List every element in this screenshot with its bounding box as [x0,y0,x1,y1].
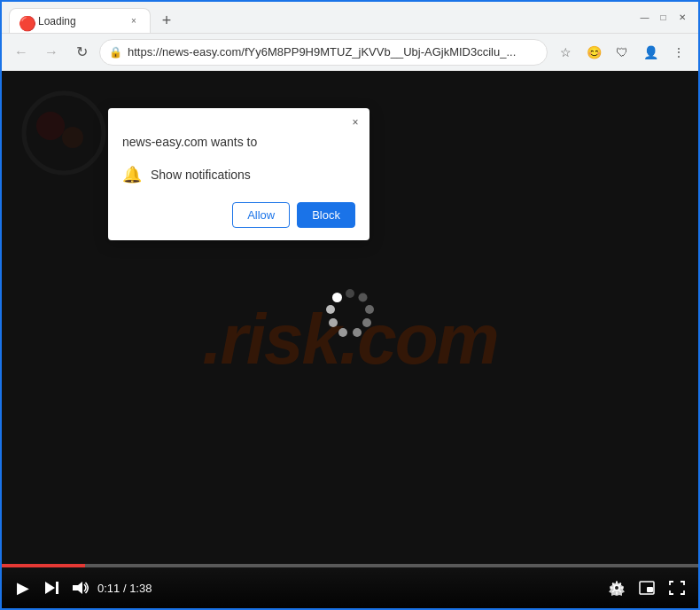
svg-marker-12 [45,582,55,594]
svg-point-9 [329,318,338,327]
popup-actions: Allow Block [108,195,369,240]
tab-area: 🔴 Loading × + [9,2,635,33]
minimize-button[interactable]: — [639,12,650,23]
bookmark-icon[interactable]: ☆ [553,40,578,65]
tab-favicon: 🔴 [19,15,31,27]
time-display: 0:11 / 1:38 [97,582,152,595]
new-tab-button[interactable]: + [154,8,179,33]
next-button[interactable] [41,577,62,598]
popup-header: news-easy.com wants to [108,131,369,158]
svg-marker-14 [73,582,82,594]
tab-title: Loading [38,15,120,27]
avatar-icon[interactable]: 👤 [638,40,663,65]
loading-spinner [323,286,377,340]
popup-close-button[interactable]: × [346,113,364,131]
maximize-button[interactable]: □ [657,12,669,23]
svg-point-17 [615,586,618,590]
svg-point-7 [353,328,362,337]
menu-button[interactable]: ⋮ [666,40,691,65]
settings-button[interactable] [606,577,627,598]
play-button[interactable]: ▶ [12,577,34,598]
shield-icon[interactable]: 🛡 [610,40,634,65]
back-button[interactable]: ← [9,40,34,65]
svg-point-2 [62,127,83,148]
address-right-icons: ☆ 😊 🛡 👤 ⋮ [553,40,691,65]
popup-row-text: Show notifications [151,168,251,182]
forward-button[interactable]: → [39,40,64,65]
close-window-button[interactable]: ✕ [676,12,688,23]
main-content: .risk.com ▶ [2,71,698,608]
svg-point-8 [338,328,347,337]
allow-button[interactable]: Allow [232,202,290,228]
browser-window: 🔴 Loading × + — □ ✕ ← → ↻ 🔒 https://news… [0,0,700,610]
address-text: https://news-easy.com/fYy6M8PP9H9MTUZ_jK… [128,45,538,59]
svg-point-3 [346,289,354,298]
svg-point-6 [362,318,371,327]
miniplayer-button[interactable] [636,577,657,598]
notification-popup: × news-easy.com wants to 🔔 Show notifica… [108,108,369,240]
emoji-icon[interactable]: 😊 [581,40,606,65]
bell-icon: 🔔 [122,165,142,184]
address-bar: ← → ↻ 🔒 https://news-easy.com/fYy6M8PP9H… [2,34,698,71]
svg-rect-19 [647,587,653,592]
volume-button[interactable] [69,577,90,598]
right-controls [606,577,688,598]
svg-point-4 [359,293,368,301]
popup-notification-row: 🔔 Show notifications [108,158,369,195]
svg-point-10 [326,305,335,314]
reload-button[interactable]: ↻ [69,40,94,65]
svg-point-11 [332,293,342,302]
block-button[interactable]: Block [297,202,355,228]
video-controls: ▶ 0:11 / 1:38 [2,567,698,608]
watermark-logo [19,89,108,177]
tab-close-button[interactable]: × [127,14,141,28]
svg-rect-13 [56,582,58,594]
lock-icon: 🔒 [109,46,122,59]
svg-point-1 [36,112,65,140]
svg-point-5 [365,305,374,314]
fullscreen-button[interactable] [666,577,688,598]
popup-close-row: × [108,108,369,131]
title-bar: 🔴 Loading × + — □ ✕ [2,2,698,34]
active-tab[interactable]: 🔴 Loading × [9,8,151,33]
address-input-wrap[interactable]: 🔒 https://news-easy.com/fYy6M8PP9H9MTUZ_… [99,39,548,66]
window-controls: — □ ✕ [639,12,691,23]
